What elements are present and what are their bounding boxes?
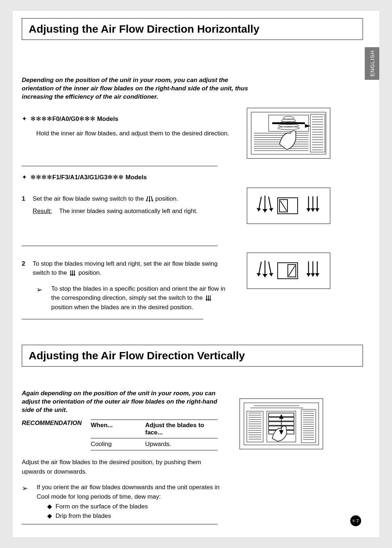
svg-marker-68: [262, 274, 268, 277]
table-cell-upwards: Upwards.: [145, 441, 218, 448]
bullet-2: ◆Drip from the blades: [47, 511, 225, 521]
recommendation-label: RECOMMENDATION: [22, 420, 91, 450]
fixed-icon: [69, 269, 77, 277]
note-arrow-icon: ➢: [36, 284, 42, 312]
section-title-1: Adjusting the Air Flow Direction Horizon…: [29, 23, 260, 35]
step-1-pre: Set the air flow blade swing switch to t…: [33, 195, 146, 202]
intro-text-2: Again depending on the position of the u…: [22, 389, 225, 414]
recommendation-table: RECOMMENDATION When... Adjust the blades…: [22, 420, 218, 450]
divider-4: [22, 524, 218, 524]
step-2-row: 2 To stop the blades moving left and rig…: [22, 253, 363, 320]
intro-text-1: Depending on the position of the unit in…: [22, 76, 254, 101]
bullet-1: ◆Form on the surface of the blades: [47, 502, 225, 511]
vertical-blades-svg: [243, 402, 319, 446]
note-row-2: ➢ If you orient the air flow blades down…: [22, 483, 225, 501]
result-row: Result: The inner blades swing automatic…: [33, 208, 232, 215]
svg-marker-77: [315, 273, 319, 277]
note-arrow-icon: ➢: [22, 483, 28, 501]
illustration-switch-swing: [247, 188, 330, 224]
svg-marker-76: [311, 273, 315, 277]
pointer-icon: ✦: [22, 115, 27, 123]
svg-marker-75: [306, 273, 311, 277]
page-num-value: 7: [356, 518, 359, 524]
models-a-label: F0/A0/G0: [52, 115, 79, 122]
note-text-2: If you orient the air flow blades downwa…: [37, 483, 225, 501]
step-2-post: position.: [78, 269, 101, 276]
result-label: Result:: [33, 208, 52, 215]
result-text: The inner blades swing automatically lef…: [59, 208, 198, 215]
svg-marker-61: [205, 299, 208, 301]
section-1-content: Depending on the position of the unit in…: [22, 40, 363, 319]
svg-marker-62: [207, 299, 209, 301]
step-1-num: 1: [22, 194, 33, 204]
svg-rect-81: [247, 411, 263, 442]
models-a-line: ✦ ✻✻✻✻F0/A0/G0✻✻✻ Models: [22, 115, 232, 123]
page-prefix: E-: [352, 519, 356, 523]
svg-marker-69: [269, 273, 273, 276]
svg-marker-43: [269, 208, 273, 211]
svg-marker-42: [262, 209, 268, 212]
svg-marker-41: [257, 208, 261, 211]
illustration-hand-blades: [247, 108, 330, 159]
diamond-icon: ◆: [47, 512, 52, 519]
note-row-1: ➢ To stop the blades in a specific posit…: [36, 284, 232, 312]
step-2-num: 2: [22, 259, 33, 278]
swing-icon: [146, 195, 154, 203]
section-2-content: Again depending on the position of the u…: [22, 367, 363, 524]
instruction-a: Hold the inner air flow blades, and adju…: [36, 129, 232, 138]
page-number: E-7: [350, 515, 361, 526]
svg-marker-36: [148, 200, 151, 202]
pointer-icon: ✦: [22, 173, 27, 181]
svg-marker-50: [311, 208, 315, 212]
svg-marker-57: [73, 274, 75, 276]
svg-marker-56: [72, 274, 74, 276]
svg-rect-1: [310, 114, 325, 152]
section-2: Adjusting the Air Flow Direction Vertica…: [13, 345, 379, 524]
note-post: position when the blades are in the desi…: [51, 304, 193, 311]
divider-2: [22, 246, 218, 246]
unit-blades-svg: [250, 111, 327, 155]
bullet-list: ◆Form on the surface of the blades ◆Drip…: [47, 502, 225, 520]
language-tab: ENGLISH: [365, 47, 379, 80]
stars-post: ✻✻✻: [79, 115, 95, 122]
stars-post: ✻✻✻: [107, 174, 124, 181]
models-b-label: F1/F3/A1/A3/G1/G3: [52, 174, 107, 181]
diamond-icon: ◆: [47, 503, 52, 510]
step-2-pre: To stop the blades moving left and right…: [33, 260, 217, 277]
note-pre: To stop the blades in a specific positio…: [51, 285, 225, 302]
section-title-2: Adjusting the Air Flow Direction Vertica…: [29, 349, 245, 362]
table-head-adjust: Adjust the blades to face...: [145, 422, 218, 436]
models-suffix: Models: [124, 174, 147, 181]
models-suffix: Models: [95, 115, 118, 122]
adjust-para: Adjust the air flow blades to the desire…: [22, 458, 225, 476]
section-title-box-2: Adjusting the Air Flow Direction Vertica…: [22, 345, 363, 367]
svg-marker-67: [257, 273, 261, 276]
bullet-2-text: Drip from the blades: [56, 512, 111, 519]
illustration-vertical-blades: [240, 398, 323, 449]
page: ENGLISH Adjusting the Air Flow Direction…: [13, 11, 379, 537]
svg-marker-55: [70, 274, 72, 276]
stars-pre: ✻✻✻✻: [30, 174, 52, 181]
illustration-switch-fixed: [247, 253, 330, 289]
section-title-box-1: Adjusting the Air Flow Direction Horizon…: [22, 18, 363, 40]
svg-marker-37: [151, 200, 153, 201]
step-2: 2 To stop the blades moving left and rig…: [22, 259, 232, 278]
step-1-post: position.: [155, 195, 178, 202]
table-cell-cooling: Cooling: [91, 441, 145, 448]
step-1-row: 1 Set the air flow blade swing switch to…: [22, 188, 363, 224]
switch-swing-svg: [250, 191, 327, 220]
table-head-when: When...: [91, 422, 145, 436]
switch-fixed-svg: [250, 256, 327, 285]
divider-3: [22, 319, 203, 319]
divider-1: [22, 166, 218, 166]
svg-marker-51: [315, 208, 319, 212]
svg-marker-49: [306, 208, 311, 212]
bullet-1-text: Form on the surface of the blades: [56, 503, 148, 510]
svg-marker-63: [209, 299, 211, 301]
svg-marker-35: [146, 200, 148, 201]
models-b-line: ✦ ✻✻✻✻F1/F3/A1/A3/G1/G3✻✻✻ Models: [22, 173, 363, 181]
step-1: 1 Set the air flow blade swing switch to…: [22, 194, 232, 204]
svg-rect-82: [301, 409, 316, 443]
fixed-icon: [204, 294, 212, 302]
models-a-row: ✦ ✻✻✻✻F0/A0/G0✻✻✻ Models Hold the inner …: [22, 108, 363, 159]
